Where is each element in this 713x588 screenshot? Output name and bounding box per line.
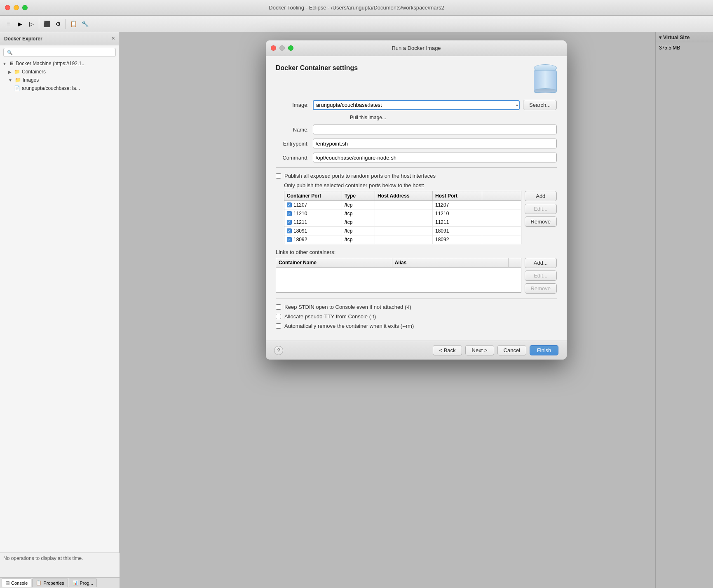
table-row[interactable]: 11210 /tcp 11210 [284, 209, 521, 218]
remove-port-button[interactable]: Remove [525, 216, 557, 227]
rm-row: Automatically remove the container when … [276, 323, 557, 329]
dialog-close-button[interactable] [271, 45, 276, 51]
bottom-message: No operations to display at this time. [3, 555, 83, 561]
add-link-button[interactable]: Add... [525, 258, 557, 268]
toolbar-btn-1[interactable]: ≡ [3, 19, 13, 29]
edit-port-button[interactable]: Edit... [525, 204, 557, 214]
tree-arrow-containers: ▶ [8, 70, 12, 74]
toolbar-btn-6[interactable]: 🔧 [80, 19, 90, 29]
toolbar-btn-run[interactable]: ▷ [26, 19, 36, 29]
remove-link-button[interactable]: Remove [525, 283, 557, 294]
finish-button[interactable]: Finish [530, 345, 558, 355]
port-check-1[interactable] [287, 202, 292, 207]
properties-icon: 📋 [36, 580, 42, 586]
entrypoint-row: Entrypoint: [276, 139, 557, 148]
port-row-3-extra [482, 218, 495, 226]
ports-section: Only publish the selected container port… [284, 182, 557, 244]
port-row-2-extra [482, 209, 495, 218]
rm-checkbox[interactable] [276, 323, 281, 329]
toolbar-sep-2 [66, 19, 66, 29]
port-check-3[interactable] [287, 220, 292, 225]
image-name: arungupta/couchbase: la... [22, 85, 80, 91]
port-row-3-type: /tcp [342, 218, 375, 226]
publish-all-row: Publish all exposed ports to random port… [276, 173, 557, 179]
links-label: Links to other containers: [276, 249, 557, 255]
port-check-5[interactable] [287, 237, 292, 242]
toolbar-btn-4[interactable]: ⚙ [53, 19, 63, 29]
help-button[interactable]: ? [274, 346, 283, 355]
search-button[interactable]: Search... [523, 100, 557, 110]
tree-containers[interactable]: ▶ 📁 Containers [0, 68, 119, 76]
port-row-3-container: 11211 [284, 218, 342, 226]
dialog-title: Run a Docker Image [392, 45, 441, 51]
ports-buttons: Add Edit... Remove [525, 191, 557, 227]
links-table: Container Name Alias [276, 258, 521, 293]
port-check-4[interactable] [287, 228, 292, 233]
pull-image-link[interactable]: Pull this image... [350, 115, 386, 120]
edit-link-button[interactable]: Edit... [525, 270, 557, 281]
tree-image-item[interactable]: 📄 arungupta/couchbase: la... [0, 84, 119, 92]
tab-properties-label: Properties [43, 581, 64, 586]
machine-icon: 🖥 [9, 61, 14, 66]
back-button[interactable]: < Back [433, 345, 462, 355]
command-input[interactable] [313, 153, 557, 162]
tab-progress[interactable]: 📊 Prog... [69, 579, 97, 587]
image-select[interactable]: arungupta/couchbase:latest [313, 100, 520, 110]
sidebar-search[interactable]: 🔍 [3, 48, 116, 57]
port-check-2[interactable] [287, 211, 292, 216]
port-col-container: Container Port [284, 191, 342, 200]
port-row-3-host-addr [375, 218, 433, 226]
port-row-1-host-port: 11207 [433, 201, 482, 209]
console-icon: ▤ [5, 580, 9, 586]
port-row-1-type: /tcp [342, 201, 375, 209]
toolbar-btn-3[interactable]: ⬛ [42, 19, 52, 29]
cancel-button[interactable]: Cancel [497, 345, 526, 355]
stdin-checkbox[interactable] [276, 304, 281, 310]
tab-console-label: Console [11, 581, 28, 586]
entrypoint-label: Entrypoint: [276, 141, 313, 147]
tty-checkbox[interactable] [276, 314, 281, 319]
port-row-4-host-port: 18091 [433, 227, 482, 235]
port-row-5-type: /tcp [342, 235, 375, 244]
toolbar-btn-5[interactable]: 📋 [68, 19, 78, 29]
tab-console[interactable]: ▤ Console [2, 579, 31, 587]
containers-icon: 📁 [14, 69, 20, 75]
dialog: Run a Docker Image Docker Container sett… [266, 40, 567, 360]
port-row-1-extra [482, 201, 495, 209]
port-col-host-port: Host Port [433, 191, 482, 200]
sidebar-close-icon[interactable]: ✕ [111, 36, 115, 41]
entrypoint-input[interactable] [313, 139, 557, 148]
tty-label: Allocate pseudo-TTY from Console (-t) [284, 313, 376, 320]
image-file-icon: 📄 [14, 85, 20, 91]
ports-table-header: Container Port Type Host Address Host Po… [284, 191, 521, 201]
table-row[interactable]: 18092 /tcp 18092 [284, 235, 521, 244]
images-icon: 📁 [15, 77, 21, 83]
separator-2 [276, 299, 557, 299]
port-row-3-host-port: 11211 [433, 218, 482, 226]
tree-machine[interactable]: ▼ 🖥 Docker Machine (https://192.1... [0, 59, 119, 68]
add-port-button[interactable]: Add [525, 191, 557, 201]
name-row: Name: [276, 125, 557, 134]
table-row[interactable]: 18091 /tcp 18091 [284, 227, 521, 235]
links-section: Links to other containers: Container Nam… [276, 249, 557, 294]
tree-arrow-images: ▼ [8, 78, 12, 82]
name-label: Name: [276, 127, 313, 133]
cylinder-icon [534, 64, 557, 93]
maximize-button[interactable] [22, 5, 28, 10]
tree-images[interactable]: ▼ 📁 Images [0, 76, 119, 84]
publish-all-checkbox[interactable] [276, 173, 281, 179]
next-button[interactable]: Next > [465, 345, 494, 355]
table-row[interactable]: 11207 /tcp 11207 [284, 201, 521, 209]
minimize-button[interactable] [14, 5, 19, 10]
tab-properties[interactable]: 📋 Properties [32, 579, 68, 587]
links-buttons: Add... Edit... Remove [525, 258, 557, 294]
table-row[interactable]: 11211 /tcp 11211 [284, 218, 521, 227]
dialog-section-title: Docker Container settings [276, 64, 358, 72]
name-input[interactable] [313, 125, 557, 134]
stdin-row: Keep STDIN open to Console even if not a… [276, 304, 557, 310]
close-button[interactable] [5, 5, 10, 10]
dialog-overlay: Run a Docker Image Docker Container sett… [120, 32, 713, 588]
right-area: ▾ Virtual Size 375.5 MB Run a Docker Ima… [120, 32, 713, 588]
publish-all-label: Publish all exposed ports to random port… [284, 173, 436, 179]
toolbar-btn-2[interactable]: ▶ [15, 19, 25, 29]
